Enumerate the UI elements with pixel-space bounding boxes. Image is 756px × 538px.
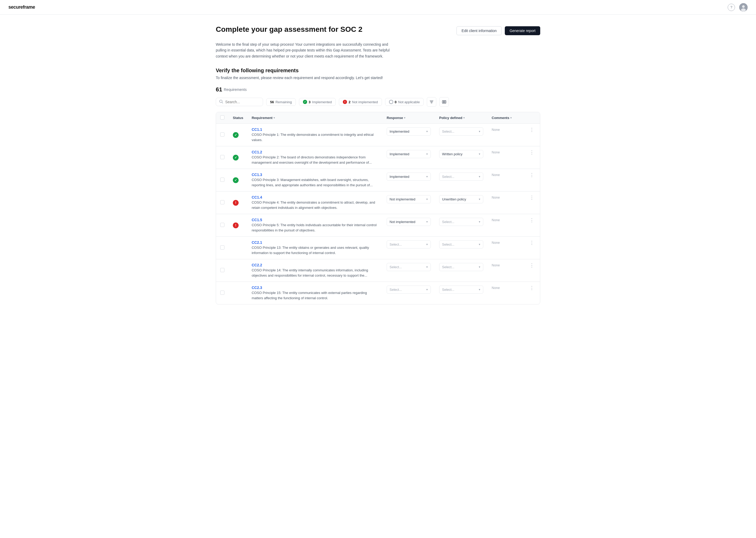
response-chevron: ▾: [426, 175, 428, 178]
requirement-id[interactable]: CC1.1: [252, 128, 378, 132]
th-comments[interactable]: Comments ▾: [488, 112, 524, 124]
row-checkbox[interactable]: [220, 133, 224, 136]
policy-select[interactable]: Select... ▾: [439, 218, 483, 226]
generate-report-button[interactable]: Generate report: [505, 26, 540, 35]
response-select[interactable]: Implemented ▾: [387, 128, 431, 135]
filter-icon-btn[interactable]: [427, 97, 436, 107]
requirement-id[interactable]: CC1.3: [252, 173, 378, 177]
requirement-description: COSO Principle 13: The entity obtains or…: [252, 245, 378, 255]
row-checkbox[interactable]: [220, 291, 224, 295]
response-select[interactable]: Not implemented ▾: [387, 218, 431, 226]
response-select[interactable]: Implemented ▾: [387, 150, 431, 158]
policy-value: Select...: [442, 220, 454, 224]
user-avatar[interactable]: [739, 3, 748, 12]
policy-select[interactable]: Select... ▾: [439, 128, 483, 135]
row-actions-menu[interactable]: ⋮: [528, 172, 536, 178]
requirement-id[interactable]: CC2.3: [252, 286, 378, 290]
response-select[interactable]: Implemented ▾: [387, 173, 431, 181]
row-policy-cell: Select... ▾: [435, 124, 488, 146]
requirement-id[interactable]: CC1.5: [252, 218, 378, 222]
row-response-cell: Select... ▾: [382, 282, 435, 304]
row-checkbox[interactable]: [220, 200, 224, 204]
row-response-cell: Implemented ▾: [382, 146, 435, 169]
row-checkbox[interactable]: [220, 268, 224, 272]
response-chevron: ▾: [426, 130, 428, 133]
policy-select[interactable]: Select... ▾: [439, 263, 483, 271]
row-actions-menu[interactable]: ⋮: [528, 285, 536, 291]
requirement-id[interactable]: CC2.2: [252, 263, 378, 267]
implemented-filter[interactable]: 3 Implemented: [299, 98, 336, 106]
search-input[interactable]: [225, 100, 257, 104]
edit-client-button[interactable]: Edit client information: [456, 26, 502, 35]
policy-select[interactable]: Select... ▾: [439, 241, 483, 248]
policy-select[interactable]: Select... ▾: [439, 286, 483, 294]
comments-value: None: [492, 286, 500, 290]
requirement-description: COSO Principle 15: The entity communicat…: [252, 290, 378, 300]
row-actions-menu[interactable]: ⋮: [528, 194, 536, 201]
response-select[interactable]: Select... ▾: [387, 241, 431, 248]
row-comments-cell: None: [488, 282, 524, 304]
requirement-id[interactable]: CC2.1: [252, 241, 378, 244]
row-actions-menu[interactable]: ⋮: [528, 149, 536, 155]
policy-value: Select...: [442, 265, 454, 269]
row-actions-menu[interactable]: ⋮: [528, 240, 536, 246]
comments-value: None: [492, 173, 500, 177]
row-actions-menu[interactable]: ⋮: [528, 217, 536, 223]
policy-value: Select...: [442, 288, 454, 292]
columns-icon-btn[interactable]: [440, 97, 449, 107]
comments-value: None: [492, 195, 500, 199]
not-applicable-label: Not applicable: [398, 100, 420, 104]
row-actions-cell: ⋮: [524, 124, 540, 146]
row-policy-cell: Select... ▾: [435, 282, 488, 304]
requirement-id[interactable]: CC1.2: [252, 150, 378, 154]
response-chevron: ▾: [426, 288, 428, 291]
remaining-filter[interactable]: 56 Remaining: [266, 98, 296, 106]
comments-value: None: [492, 241, 500, 244]
not-applicable-filter[interactable]: 0 Not applicable: [385, 98, 424, 106]
row-requirement-cell: CC1.2 COSO Principle 2: The board of dir…: [248, 146, 382, 169]
policy-select[interactable]: Select... ▾: [439, 173, 483, 181]
table-row: CC1.5 COSO Principle 5: The entity holds…: [216, 214, 540, 237]
requirements-table: Status Requirement ▾ Response ▾: [216, 112, 540, 304]
row-checkbox-cell: [216, 191, 229, 214]
row-comments-cell: None: [488, 214, 524, 237]
page-description: Welcome to the final step of your setup …: [216, 41, 394, 59]
row-checkbox[interactable]: [220, 155, 224, 159]
response-chevron: ▾: [426, 243, 428, 246]
response-select[interactable]: Select... ▾: [387, 286, 431, 294]
row-status-cell: [229, 124, 248, 146]
not-implemented-icon: [343, 100, 347, 104]
row-checkbox[interactable]: [220, 245, 224, 249]
help-icon[interactable]: ?: [728, 4, 735, 11]
implemented-icon: [303, 100, 307, 104]
section-subtitle: To finalize the assessment, please revie…: [216, 76, 540, 80]
status-implemented-icon: [233, 177, 239, 183]
row-comments-cell: None: [488, 191, 524, 214]
row-checkbox-cell: [216, 146, 229, 169]
search-wrap[interactable]: [216, 98, 263, 106]
page-header-actions: Edit client information Generate report: [456, 26, 540, 35]
row-actions-menu[interactable]: ⋮: [528, 127, 536, 133]
th-requirement[interactable]: Requirement ▾: [248, 112, 382, 124]
response-value: Not implemented: [390, 197, 415, 201]
select-all-checkbox[interactable]: [220, 115, 224, 120]
response-select[interactable]: Not implemented ▾: [387, 195, 431, 203]
row-requirement-cell: CC1.4 COSO Principle 4: The entity demon…: [248, 191, 382, 214]
not-implemented-filter[interactable]: 2 Not implemented: [339, 98, 382, 106]
row-actions-menu[interactable]: ⋮: [528, 262, 536, 268]
row-checkbox[interactable]: [220, 178, 224, 182]
row-checkbox[interactable]: [220, 223, 224, 227]
th-policy[interactable]: Policy defined ▾: [435, 112, 488, 124]
response-select[interactable]: Select... ▾: [387, 263, 431, 271]
requirement-description: COSO Principle 2: The board of directors…: [252, 155, 378, 165]
status-not-implemented-icon: [233, 200, 239, 206]
policy-select[interactable]: Written policy ▾: [439, 150, 483, 158]
policy-value: Select...: [442, 130, 454, 134]
th-response[interactable]: Response ▾: [382, 112, 435, 124]
policy-select[interactable]: Unwritten policy ▾: [439, 195, 483, 203]
th-select-all[interactable]: [216, 112, 229, 124]
row-actions-cell: ⋮: [524, 282, 540, 304]
requirement-id[interactable]: CC1.4: [252, 195, 378, 199]
not-applicable-icon: [389, 100, 393, 104]
page-title: Complete your gap assessment for SOC 2: [216, 25, 362, 34]
